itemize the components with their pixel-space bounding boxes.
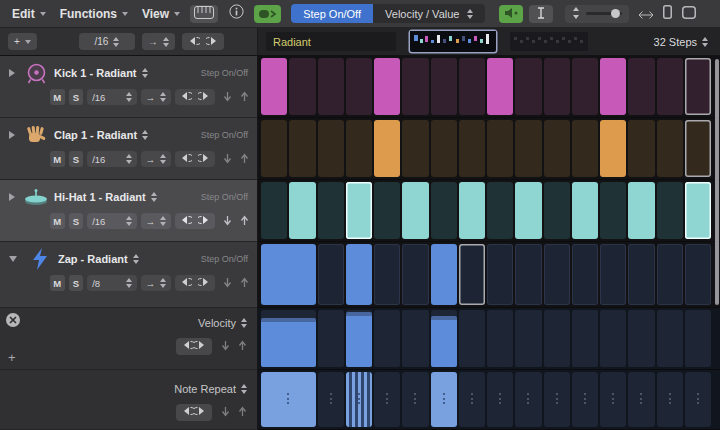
track-header-kick[interactable]: Kick 1 - Radiant Step On/Off M S /16 → xyxy=(0,56,258,118)
rotate-right-button[interactable] xyxy=(194,340,206,352)
velocity-step-1[interactable] xyxy=(261,310,316,367)
note-repeat-step-11[interactable] xyxy=(544,372,570,427)
note-repeat-step-15[interactable] xyxy=(657,372,683,427)
step-12[interactable] xyxy=(572,120,598,177)
step-15[interactable] xyxy=(657,182,683,239)
step-14[interactable] xyxy=(628,244,654,305)
velocity-step-8[interactable] xyxy=(459,310,485,367)
step-7[interactable] xyxy=(431,182,457,239)
zoom-slider[interactable] xyxy=(586,12,622,15)
playback-mode-control[interactable]: → xyxy=(141,213,172,229)
step-10[interactable] xyxy=(515,120,541,177)
edit-mode-step-onoff[interactable]: Step On/Off xyxy=(291,4,373,23)
velocity-step-14[interactable] xyxy=(628,310,654,367)
step-11[interactable] xyxy=(544,182,570,239)
note-repeat-step-6[interactable] xyxy=(402,372,428,427)
playback-mode-control[interactable]: → xyxy=(141,275,172,291)
step-2[interactable] xyxy=(289,182,315,239)
rate-stepper[interactable] xyxy=(113,37,119,47)
mute-button[interactable]: M xyxy=(50,151,65,167)
note-repeat-step-5[interactable] xyxy=(374,372,400,427)
subrow-stepper[interactable] xyxy=(241,384,247,394)
step-rate-control[interactable]: /16 xyxy=(87,89,136,105)
text-tool-button[interactable] xyxy=(529,5,553,23)
step-10[interactable] xyxy=(515,58,541,115)
step-3[interactable] xyxy=(318,58,344,115)
step-13[interactable] xyxy=(600,182,626,239)
step-7[interactable] xyxy=(431,244,457,305)
step-5[interactable] xyxy=(374,120,400,177)
velocity-step-12[interactable] xyxy=(572,310,598,367)
increment-value-button[interactable] xyxy=(240,274,249,292)
mute-button[interactable]: M xyxy=(50,275,65,291)
velocity-bar[interactable] xyxy=(261,318,316,367)
step-9[interactable] xyxy=(487,58,513,115)
step-4[interactable] xyxy=(346,58,372,115)
velocity-step-16[interactable] xyxy=(685,310,711,367)
step-10[interactable] xyxy=(515,182,541,239)
note-repeat-step-9[interactable] xyxy=(487,372,513,427)
disclosure-triangle-open[interactable] xyxy=(9,256,17,262)
step-1[interactable] xyxy=(261,120,287,177)
note-repeat-step-10[interactable] xyxy=(515,372,541,427)
step-10[interactable] xyxy=(515,244,541,305)
step-8[interactable] xyxy=(459,58,485,115)
step-8[interactable] xyxy=(459,182,485,239)
velocity-bar[interactable] xyxy=(346,312,372,367)
info-button[interactable] xyxy=(224,5,248,23)
decrement-value-button[interactable] xyxy=(223,274,232,292)
window-view-icon[interactable] xyxy=(682,5,696,23)
note-repeat-step-3[interactable] xyxy=(318,372,344,427)
velocity-step-5[interactable] xyxy=(374,310,400,367)
rotate-left-button[interactable] xyxy=(182,340,194,352)
increment-value-button[interactable] xyxy=(238,403,247,421)
step-5[interactable] xyxy=(374,58,400,115)
step-12[interactable] xyxy=(572,58,598,115)
velocity-step-7[interactable] xyxy=(431,310,457,367)
step-15[interactable] xyxy=(657,58,683,115)
step-3[interactable] xyxy=(318,244,344,305)
step-4[interactable] xyxy=(346,244,372,305)
velocity-step-9[interactable] xyxy=(487,310,513,367)
step-rate-control[interactable]: /16 xyxy=(87,151,136,167)
velocity-step-3[interactable] xyxy=(318,310,344,367)
track-stepper[interactable] xyxy=(142,68,148,78)
step-9[interactable] xyxy=(487,244,513,305)
increment-value-button[interactable] xyxy=(240,88,249,106)
pattern-length-control[interactable]: 32 Steps xyxy=(654,36,712,48)
step-16[interactable] xyxy=(685,120,711,177)
note-repeat-step-7[interactable] xyxy=(431,372,457,427)
step-8[interactable] xyxy=(459,120,485,177)
step-3[interactable] xyxy=(318,182,344,239)
step-16[interactable] xyxy=(685,182,711,239)
pattern-thumbnail-active[interactable] xyxy=(410,31,496,52)
increment-value-button[interactable] xyxy=(240,212,249,230)
arrows-horizontal-icon[interactable] xyxy=(639,5,653,23)
step-6[interactable] xyxy=(402,120,428,177)
disclosure-triangle[interactable] xyxy=(9,131,15,139)
step-4[interactable] xyxy=(346,182,372,239)
note-repeat-step-8[interactable] xyxy=(459,372,485,427)
add-row-button[interactable]: + xyxy=(8,33,37,50)
vertical-zoom-control[interactable] xyxy=(565,5,629,23)
step-12[interactable] xyxy=(572,182,598,239)
step-16[interactable] xyxy=(685,244,711,305)
decrement-value-button[interactable] xyxy=(223,150,232,168)
step-input-toggle[interactable] xyxy=(254,5,281,23)
track-stepper[interactable] xyxy=(142,130,148,140)
preview-button[interactable] xyxy=(499,5,523,23)
step-3[interactable] xyxy=(318,120,344,177)
menu-view[interactable]: View xyxy=(138,7,184,21)
playback-mode-control[interactable]: → xyxy=(141,151,172,167)
rotate-left-button[interactable] xyxy=(182,406,194,418)
step-rate-control[interactable]: /16 xyxy=(87,213,136,229)
step-11[interactable] xyxy=(544,120,570,177)
rotate-left-button[interactable] xyxy=(180,91,192,103)
playback-mode-control[interactable]: → xyxy=(141,89,172,105)
step-14[interactable] xyxy=(628,182,654,239)
velocity-step-6[interactable] xyxy=(402,310,428,367)
decrement-value-button[interactable] xyxy=(223,212,232,230)
pattern-length-stepper[interactable] xyxy=(702,37,708,47)
note-repeat-step-1[interactable] xyxy=(261,372,316,427)
step-5[interactable] xyxy=(374,182,400,239)
